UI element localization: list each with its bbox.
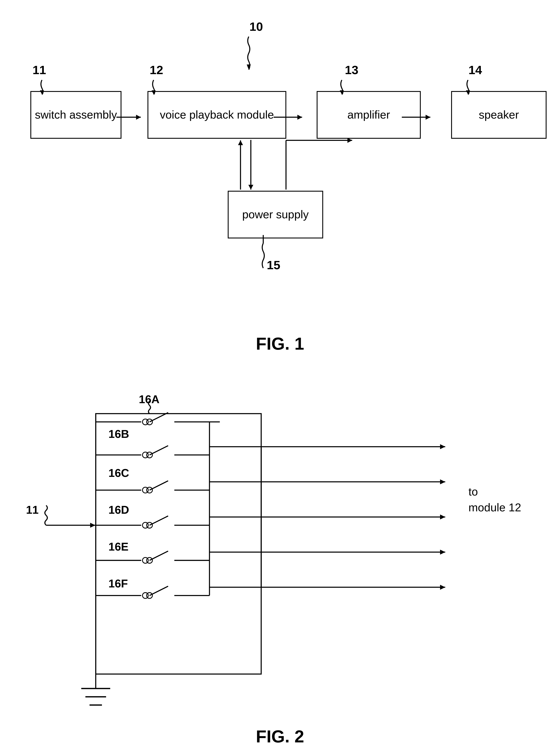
svg-point-48 — [147, 557, 153, 563]
ref-10: 10 — [249, 20, 263, 34]
svg-marker-57 — [440, 444, 445, 449]
svg-point-22 — [143, 419, 148, 425]
svg-point-52 — [143, 593, 148, 598]
ref-15: 15 — [267, 258, 280, 272]
ref-16B: 16B — [108, 427, 129, 441]
svg-line-53 — [150, 586, 168, 595]
power-supply-block: power supply — [228, 191, 323, 238]
ref-14: 14 — [468, 63, 482, 77]
svg-marker-59 — [440, 479, 445, 484]
svg-line-35 — [150, 481, 168, 490]
svg-marker-18 — [248, 185, 253, 189]
svg-line-41 — [150, 516, 168, 525]
svg-point-34 — [143, 487, 148, 493]
ref-16C: 16C — [108, 466, 129, 480]
svg-marker-61 — [440, 515, 445, 520]
svg-marker-0 — [247, 65, 251, 70]
ref-16E: 16E — [108, 540, 129, 553]
svg-line-47 — [150, 551, 168, 560]
svg-point-24 — [147, 419, 153, 425]
ref-16F: 16F — [108, 577, 128, 590]
to-module-label: to module 12 — [468, 484, 521, 515]
svg-point-30 — [147, 452, 153, 458]
svg-marker-10 — [426, 115, 430, 120]
svg-marker-6 — [136, 115, 141, 120]
switch-assembly-block: switch assembly — [30, 91, 121, 139]
svg-line-23 — [150, 413, 168, 422]
ref-12: 12 — [150, 63, 163, 77]
ref-11-fig2: 11 — [26, 503, 39, 516]
fig2-diagram: 16A 16B 16C 16D 16E 16F 11 to module 12 — [13, 380, 547, 745]
ref-13: 13 — [345, 63, 358, 77]
voice-playback-block: voice playback module — [148, 91, 286, 139]
svg-marker-13 — [238, 140, 243, 145]
svg-marker-65 — [440, 585, 445, 590]
amplifier-block: amplifier — [317, 91, 421, 139]
ref-11-fig1: 11 — [33, 63, 46, 77]
svg-marker-73 — [90, 523, 95, 528]
svg-marker-63 — [440, 550, 445, 555]
ref-16D: 16D — [108, 503, 129, 516]
svg-point-46 — [143, 557, 148, 563]
svg-point-40 — [143, 522, 148, 528]
speaker-block: speaker — [451, 91, 547, 139]
svg-point-36 — [147, 487, 153, 493]
fig1-caption: FIG. 1 — [256, 334, 304, 353]
svg-line-29 — [150, 446, 168, 455]
ref-16A: 16A — [139, 393, 159, 406]
svg-point-42 — [147, 522, 153, 528]
svg-marker-8 — [297, 115, 302, 120]
svg-point-28 — [143, 452, 148, 458]
fig1-diagram: 10 switch assembly 11 voice playback mod… — [13, 13, 547, 317]
svg-point-54 — [147, 593, 153, 598]
